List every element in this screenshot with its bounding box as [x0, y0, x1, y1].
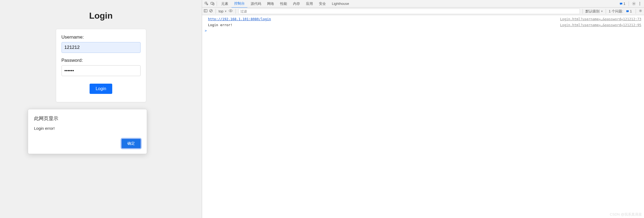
divider	[636, 9, 636, 14]
username-input[interactable]	[62, 42, 141, 53]
divider	[217, 1, 217, 6]
sidebar-toggle-icon[interactable]	[204, 9, 207, 13]
divider	[216, 9, 216, 14]
password-input[interactable]	[62, 65, 141, 76]
svg-point-5	[639, 5, 640, 5]
eye-icon[interactable]	[229, 9, 233, 13]
page-content: Login Username: Password: Login 此网页显示 Lo…	[0, 0, 202, 218]
alert-message: Login error!	[34, 126, 141, 131]
alert-title: 此网页显示	[34, 115, 141, 122]
page-title: Login	[0, 0, 202, 21]
tab-memory[interactable]: 内存	[290, 0, 303, 8]
clear-icon[interactable]	[209, 9, 213, 13]
tab-application[interactable]: 应用	[303, 0, 316, 8]
issues-badge[interactable]: 1	[625, 9, 633, 13]
alert-dialog: 此网页显示 Login error! 确定	[28, 109, 147, 154]
messages-count: 1	[623, 2, 625, 6]
log-levels-label: 默认级别	[585, 9, 599, 14]
divider	[582, 9, 583, 14]
alert-ok-button[interactable]: 确定	[121, 139, 141, 148]
log-levels-selector[interactable]: 默认级别 ▼	[585, 9, 603, 14]
console-prompt[interactable]: >	[202, 28, 644, 33]
svg-point-2	[633, 3, 634, 4]
tab-elements[interactable]: 元素	[219, 0, 231, 8]
tab-performance[interactable]: 性能	[277, 0, 290, 8]
console-output: http://192.168.1.101:8080/login Login.ht…	[202, 15, 644, 218]
svg-point-11	[640, 10, 641, 11]
issues-label: 1 个问题:	[609, 9, 623, 14]
devtools-tabbar: 元素 控制台 源代码 网络 性能 内存 应用 安全 Lighthouse 1	[202, 0, 644, 8]
login-button[interactable]: Login	[90, 84, 112, 94]
devtools-panel: 元素 控制台 源代码 网络 性能 内存 应用 安全 Lighthouse 1 t…	[202, 0, 644, 218]
tab-sources[interactable]: 源代码	[248, 0, 264, 8]
tab-security[interactable]: 安全	[316, 0, 329, 8]
console-toolbar: top ▼ 默认级别 ▼ 1 个问题: 1	[202, 8, 644, 15]
console-message-link[interactable]: http://192.168.1.101:8080/login	[208, 17, 271, 21]
context-value: top	[219, 9, 223, 13]
username-label: Username:	[62, 35, 141, 40]
tab-lighthouse[interactable]: Lighthouse	[329, 0, 352, 7]
chevron-down-icon: ▼	[224, 10, 227, 13]
svg-point-3	[639, 2, 640, 3]
svg-rect-6	[204, 9, 207, 12]
inspect-icon[interactable]	[204, 1, 209, 6]
console-message: Login error!	[208, 23, 555, 28]
tab-network[interactable]: 网络	[264, 0, 277, 8]
messages-badge[interactable]: 1	[618, 2, 626, 6]
device-toggle-icon[interactable]	[210, 1, 215, 6]
divider	[236, 9, 236, 14]
svg-point-4	[639, 3, 640, 4]
divider	[606, 9, 606, 14]
settings-icon[interactable]	[631, 1, 636, 6]
login-card: Username: Password: Login	[56, 29, 146, 102]
chevron-down-icon: ▼	[601, 10, 603, 13]
watermark: CSDN @我系真滴菜	[610, 212, 642, 217]
console-source-link[interactable]: Login.html?username=…&password=121212:95	[560, 23, 641, 28]
issues-count: 1	[630, 9, 632, 13]
filter-input[interactable]	[238, 9, 580, 14]
svg-point-10	[230, 10, 231, 11]
console-source-link[interactable]: Login.html?username=…&password=121212:73	[560, 17, 641, 22]
svg-line-9	[210, 10, 212, 12]
divider	[629, 1, 629, 6]
tab-console[interactable]: 控制台	[231, 0, 247, 8]
console-row: Login error! Login.html?username=…&passw…	[202, 22, 644, 28]
console-row: http://192.168.1.101:8080/login Login.ht…	[202, 16, 644, 22]
more-icon[interactable]	[637, 1, 642, 6]
context-selector[interactable]: top ▼	[219, 9, 227, 13]
console-settings-icon[interactable]	[639, 9, 642, 13]
password-label: Password:	[62, 58, 141, 63]
